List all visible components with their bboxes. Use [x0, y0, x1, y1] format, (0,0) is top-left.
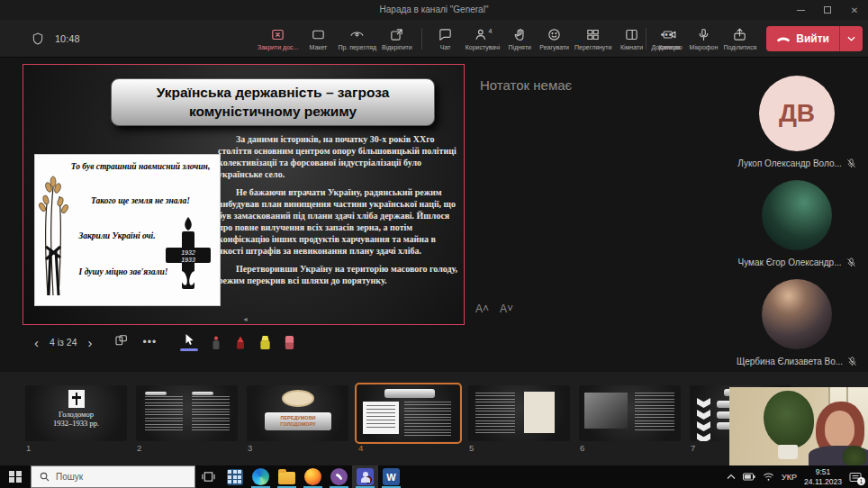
windows-taskbar: Пошук W — [0, 465, 868, 488]
microphone-button[interactable]: Мікрофон — [687, 27, 721, 50]
font-increase-button[interactable]: A˄ — [475, 303, 489, 315]
leave-options-button[interactable] — [840, 36, 863, 41]
slide-title-line2: комуністичному режиму — [189, 103, 357, 122]
battery-icon[interactable] — [743, 473, 755, 481]
participant-name-row: Щербина Єлизавета Во... — [726, 357, 868, 366]
slide-thumbnail-1[interactable]: Голодомор 1932–1933 рр. — [25, 385, 127, 441]
react-button[interactable]: Реагувати — [537, 27, 572, 50]
thumbnail-number: 1 — [26, 443, 31, 453]
thumbnail-banner — [145, 392, 167, 395]
raise-hand-button[interactable]: Підняти — [502, 27, 537, 50]
laser-pointer-button[interactable] — [210, 335, 222, 350]
chat-button[interactable]: Чат — [429, 27, 463, 50]
popout-button[interactable]: Відкріпити — [379, 27, 415, 50]
participant-avatar[interactable] — [762, 279, 832, 349]
thumbnail-banner-text: ПЕРЕДУМОВИ ГОЛОДОМОРУ — [265, 412, 331, 430]
leave-button[interactable]: Вийти — [766, 26, 863, 51]
slide-thumbnail-3[interactable]: ПЕРЕДУМОВИ ГОЛОДОМОРУ — [247, 385, 348, 441]
toolbar-center-group: Закрити дос... Макет Пр. перегляд Відкрі… — [255, 20, 685, 58]
search-placeholder: Пошук — [56, 472, 83, 482]
hang-up-icon — [776, 35, 791, 42]
private-view-button[interactable]: Пр. перегляд — [335, 27, 379, 50]
wifi-icon[interactable] — [763, 472, 774, 482]
thumbnail-banner — [384, 389, 435, 398]
thumbnail-photo-image — [584, 393, 628, 429]
taskbar-edge-button[interactable] — [248, 465, 274, 488]
taskbar-search-input[interactable]: Пошук — [31, 465, 195, 488]
mic-muted-icon — [846, 158, 856, 168]
participant-tile: Щербина Єлизавета Во... — [726, 279, 868, 366]
share-label: Поділитися — [724, 44, 757, 50]
stop-sharing-button[interactable]: Закрити дос... — [255, 27, 301, 50]
font-decrease-button[interactable]: A˅ — [500, 303, 513, 315]
webcam-small-plant — [843, 446, 866, 465]
slide-thumbnail-4-current[interactable] — [357, 385, 459, 441]
participants-label: Користувачі — [466, 44, 501, 50]
camera-button[interactable]: Камера — [653, 27, 687, 50]
layout-button[interactable]: Макет — [301, 27, 335, 50]
taskbar-firefox-button[interactable] — [300, 465, 326, 488]
tray-date: 24.11.2023 — [804, 477, 842, 486]
slide-grid-button[interactable] — [114, 333, 129, 351]
layout-label: Макет — [309, 44, 327, 50]
mic-muted-icon — [846, 258, 856, 267]
pen-tool-button[interactable] — [234, 335, 247, 350]
slide-thumbnail-5[interactable] — [468, 385, 570, 441]
popout-label: Відкріпити — [382, 44, 412, 50]
view-label: Переглянути — [574, 44, 611, 50]
participant-avatar[interactable] — [762, 180, 832, 250]
current-slide-canvas[interactable]: Українська державність – загроза комуніс… — [23, 64, 465, 325]
thumbnail-grid-icon — [114, 333, 129, 348]
file-explorer-icon — [278, 472, 295, 484]
leave-main[interactable]: Вийти — [766, 32, 839, 45]
language-indicator[interactable]: УКР — [782, 473, 797, 482]
taskbar-explorer-button[interactable] — [274, 465, 300, 488]
previous-slide-button[interactable]: ‹ — [27, 335, 46, 350]
camera-label: Камера — [658, 44, 680, 50]
share-button[interactable]: Поділитися — [721, 27, 760, 50]
thumbnail-text-block — [635, 393, 674, 432]
teams-icon — [357, 468, 374, 485]
minimize-button[interactable] — [787, 0, 814, 20]
participants-button[interactable]: 4 Користувачі — [463, 27, 503, 50]
people-icon — [474, 27, 489, 42]
participant-name-row: Лукоп Олександр Воло... — [726, 158, 868, 168]
participant-avatar[interactable]: ДВ — [759, 76, 835, 151]
close-button[interactable]: ✕ — [841, 0, 868, 20]
tray-expand-chevron-icon[interactable] — [727, 474, 736, 480]
taskbar-teams-button[interactable] — [352, 465, 378, 488]
thumbnail-number-current: 4 — [358, 443, 363, 453]
firefox-icon — [304, 468, 321, 485]
calculator-icon — [227, 469, 243, 485]
notes-empty-text: Нотаток немає — [480, 77, 572, 93]
maximize-button[interactable] — [814, 0, 841, 20]
slide-thumbnail-6[interactable] — [579, 385, 681, 441]
viber-phone-glyph — [335, 473, 343, 481]
slide-body-text: За даними істориків, на початку 30-х рок… — [218, 133, 463, 293]
view-button[interactable]: Переглянути — [572, 27, 614, 50]
nav-more-button[interactable]: ••• — [143, 335, 158, 350]
rooms-icon — [624, 27, 639, 42]
pointer-tool-button[interactable] — [180, 333, 198, 351]
chat-label: Чат — [440, 44, 451, 50]
eraser-tool-button[interactable] — [284, 335, 295, 350]
taskbar-viber-button[interactable] — [326, 465, 352, 488]
task-view-button[interactable] — [195, 465, 222, 488]
edge-browser-icon — [252, 468, 269, 485]
shield-icon — [31, 32, 45, 46]
next-slide-button[interactable]: › — [81, 335, 100, 350]
taskbar-calculator-button[interactable] — [222, 465, 248, 488]
taskbar-word-button[interactable]: W — [378, 465, 404, 488]
meeting-status: 10:48 — [31, 20, 80, 58]
clock[interactable]: 9:51 24.11.2023 — [804, 467, 842, 485]
slide-position: 4 із 24 — [50, 337, 77, 348]
svg-text:1933: 1933 — [181, 257, 195, 263]
meeting-toolbar: 10:48 Закрити дос... Макет Пр. перегляд … — [0, 20, 868, 58]
action-center-button[interactable]: 1 — [849, 472, 862, 483]
thumbnail-memorial-image — [363, 402, 399, 434]
presenter-webcam-video[interactable] — [729, 387, 868, 465]
slide-thumbnail-2[interactable] — [136, 385, 238, 441]
highlighter-tool-button[interactable] — [258, 335, 272, 350]
meeting-timer: 10:48 — [55, 33, 80, 44]
start-button[interactable] — [0, 465, 31, 488]
